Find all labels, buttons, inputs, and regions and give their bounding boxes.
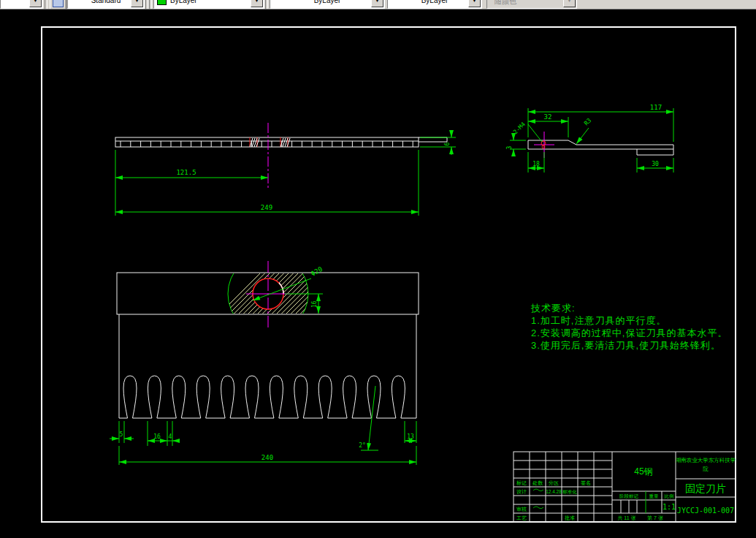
dim-label: 30 bbox=[652, 161, 659, 167]
technical-requirements: 技术要求: 1.加工时,注意刀具的平行度。 2.安装调高的过程中,保证刀具的基本… bbox=[531, 302, 728, 352]
lineweight-value: ByLayer bbox=[421, 0, 448, 4]
tb-label: 分区 bbox=[548, 480, 559, 485]
color-swatch-icon bbox=[157, 0, 167, 5]
cad-application-window: { "toolbar": { "style_combo": "Standard"… bbox=[0, 0, 756, 538]
dim-label: 4 bbox=[169, 433, 172, 440]
dim-label: 16 bbox=[153, 433, 161, 440]
scale-value: 1:1 bbox=[663, 503, 676, 511]
signature-scribble bbox=[533, 489, 543, 491]
part-name: 固定刀片 bbox=[685, 482, 726, 494]
chevron-down-icon[interactable]: ▼ bbox=[251, 0, 263, 7]
dim-label: 2° bbox=[359, 442, 366, 449]
plotstyle-control-combo: 随颜色 ▼ bbox=[486, 0, 577, 9]
tech-req-line: 3.使用完后,要清洁刀具,使刀具始终锋利。 bbox=[531, 339, 728, 352]
dim-label: Φ20 bbox=[310, 265, 324, 278]
tb-label: 签名 bbox=[581, 480, 591, 486]
tb-label: 审核 bbox=[516, 507, 527, 512]
text-style-combo[interactable]: Standard ▼ bbox=[67, 0, 145, 9]
tb-label: 阶段标记 bbox=[619, 493, 639, 499]
material-spec: 45钢 bbox=[634, 466, 652, 477]
tb-date: 12.4.28 bbox=[546, 489, 562, 494]
chevron-down-icon[interactable]: ▼ bbox=[468, 0, 481, 7]
signature-scribble bbox=[533, 507, 543, 509]
tech-req-line: 1.加工时,注意刀具的平行度。 bbox=[531, 314, 728, 327]
dim-label: 6 bbox=[444, 142, 451, 145]
style-icon bbox=[53, 0, 64, 7]
toolbar-separator bbox=[149, 0, 152, 9]
dim-label: 5 bbox=[120, 431, 123, 438]
company-name: 湖南农业大学东方科技学 bbox=[676, 457, 736, 463]
tech-req-line: 2.安装调高的过程中,保证刀具的基本水平。 bbox=[531, 327, 728, 339]
title-block-text: 标记 处数 分区 签名 设计 12.4.28 标准化 审核 工艺 批准 45钢 … bbox=[516, 457, 736, 521]
tb-label: 标记 bbox=[516, 480, 527, 486]
toolbar-separator bbox=[145, 0, 148, 9]
tech-req-title: 技术要求: bbox=[531, 302, 728, 314]
tb-label: 处数 bbox=[532, 480, 543, 486]
dim-label: 32 bbox=[544, 113, 552, 121]
dim-label: R3 bbox=[583, 117, 592, 126]
tb-label: 标准化 bbox=[562, 489, 577, 495]
dim-label: 117 bbox=[650, 104, 662, 111]
dim-label: 2-M4 bbox=[512, 121, 527, 135]
tb-label: 重量 bbox=[649, 493, 660, 499]
layer-combo-partial[interactable]: ▼ bbox=[0, 0, 43, 9]
text-style-button[interactable] bbox=[50, 0, 66, 10]
chevron-down-icon[interactable]: ▼ bbox=[131, 0, 143, 7]
plotstyle-value: 随颜色 bbox=[495, 0, 516, 7]
dim-label: 16 bbox=[311, 300, 318, 308]
tb-label: 设计 bbox=[516, 489, 527, 494]
toolbar-separator bbox=[45, 0, 47, 9]
company-name: 院 bbox=[703, 466, 709, 472]
color-value: ByLayer bbox=[170, 0, 197, 4]
drawing-number: JYCCJ-001-007 bbox=[677, 507, 734, 515]
top-toolbar: ▼ Standard ▼ ByLayer ▼ ByLayer ▼ ByLayer… bbox=[0, 0, 756, 10]
text-style-value: Standard bbox=[91, 0, 121, 4]
sheet-total: 共 11 张 bbox=[617, 515, 635, 521]
dim-label: 121.5 bbox=[176, 169, 196, 176]
tb-label: 工艺 bbox=[516, 515, 527, 520]
dim-label: 13 bbox=[407, 433, 414, 440]
toolbar-separator bbox=[265, 0, 268, 9]
lineweight-control-combo[interactable]: ByLayer ▼ bbox=[387, 0, 482, 9]
dim-label: 3 bbox=[506, 145, 513, 149]
tb-label: 比例 bbox=[665, 493, 674, 499]
dim-label: 240 bbox=[261, 454, 273, 461]
chevron-down-icon: ▼ bbox=[563, 0, 576, 7]
tb-label: 批准 bbox=[565, 515, 575, 521]
sheet-frame bbox=[42, 27, 736, 522]
chevron-down-icon[interactable]: ▼ bbox=[29, 0, 42, 7]
linetype-control-combo[interactable]: ByLayer ▼ bbox=[270, 0, 385, 9]
side-view: 117 32 R3 2-M4 18 30 3 bbox=[506, 104, 673, 173]
dim-label: 249 bbox=[261, 204, 272, 211]
color-control-combo[interactable]: ByLayer ▼ bbox=[153, 0, 264, 9]
serrated-edge bbox=[119, 314, 416, 418]
top-view: 121.5 249 6 bbox=[115, 123, 456, 216]
front-view: Φ20 16 5 16 4 bbox=[110, 254, 419, 465]
linetype-value: ByLayer bbox=[314, 0, 341, 4]
dim-label: 18 bbox=[532, 161, 540, 167]
sheet-number: 第 7 张 bbox=[647, 515, 663, 521]
chevron-down-icon[interactable]: ▼ bbox=[371, 0, 383, 7]
drawing-canvas[interactable]: 121.5 249 6 bbox=[0, 9, 756, 538]
